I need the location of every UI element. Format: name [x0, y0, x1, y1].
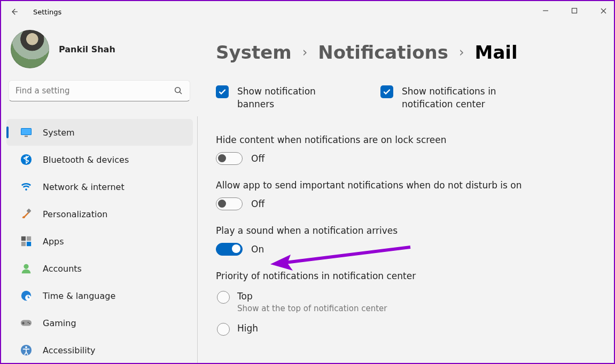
display-icon [20, 126, 32, 138]
checkbox-row: Show notification banners Show notificat… [216, 85, 599, 111]
search-input[interactable] [15, 86, 174, 96]
checkbox-icon[interactable] [380, 85, 393, 98]
globe-clock-icon [20, 290, 32, 302]
toggle-state: Off [251, 199, 264, 209]
window-controls [538, 3, 611, 18]
nav-item-gaming[interactable]: Gaming [6, 310, 193, 336]
chevron-right-icon: › [302, 45, 308, 60]
setting-label: Allow app to send important notification… [216, 180, 599, 191]
svg-point-10 [25, 188, 27, 191]
wifi-icon [20, 181, 32, 193]
svg-rect-11 [27, 209, 32, 213]
accessibility-icon [20, 344, 32, 356]
check-label: Show notifications in notification cente… [402, 85, 509, 111]
nav-item-bluetooth[interactable]: Bluetooth & devices [6, 146, 193, 173]
svg-point-25 [25, 346, 27, 349]
radio-label: Top [237, 291, 387, 302]
nav-item-personalization[interactable]: Personalization [6, 201, 193, 227]
search-icon [174, 86, 183, 96]
setting-important-dnd: Allow app to send important notification… [216, 180, 599, 210]
person-icon [20, 263, 32, 274]
svg-point-23 [29, 323, 30, 324]
content-area: System › Notifications › Mail Show notif… [198, 22, 614, 363]
close-button[interactable] [596, 3, 611, 18]
check-show-center[interactable]: Show notifications in notification cente… [380, 85, 509, 111]
checkbox-icon[interactable] [216, 85, 229, 98]
svg-point-4 [175, 88, 181, 93]
svg-rect-14 [21, 242, 26, 246]
radio-label: High [237, 323, 258, 334]
avatar [11, 30, 49, 68]
svg-point-22 [27, 322, 28, 323]
check-show-banners[interactable]: Show notification banners [216, 85, 344, 111]
svg-rect-7 [21, 129, 31, 134]
nav-item-system[interactable]: System [6, 119, 193, 146]
minimize-button[interactable] [538, 3, 553, 18]
radio-priority-high[interactable]: High [217, 323, 599, 336]
svg-rect-15 [27, 242, 31, 246]
svg-line-5 [180, 92, 182, 94]
nav-item-accounts[interactable]: Accounts [6, 255, 193, 282]
nav-list: System Bluetooth & devices Network & int… [1, 116, 198, 363]
svg-rect-1 [572, 9, 577, 13]
radio-priority-top[interactable]: Top Show at the top of notification cent… [217, 291, 599, 313]
svg-point-16 [24, 264, 28, 269]
svg-rect-12 [21, 236, 26, 241]
nav-label: Time & language [43, 291, 115, 301]
radio-icon[interactable] [217, 291, 230, 304]
nav-label: Accounts [43, 264, 82, 274]
svg-rect-13 [27, 236, 31, 241]
toggle-state: Off [251, 153, 264, 164]
toggle-hide-content[interactable] [216, 152, 243, 165]
nav-label: Gaming [43, 318, 76, 328]
bluetooth-icon [20, 154, 32, 165]
brush-icon [20, 208, 32, 220]
profile[interactable]: Pankil Shah [1, 30, 198, 80]
toggle-play-sound[interactable] [216, 243, 243, 256]
nav-item-time-language[interactable]: Time & language [6, 282, 193, 309]
breadcrumb: System › Notifications › Mail [216, 42, 599, 63]
arrow-left-icon [9, 7, 19, 17]
priority-title: Priority of notifications in notificatio… [216, 271, 599, 281]
nav-label: Personalization [43, 209, 107, 219]
breadcrumb-system[interactable]: System [216, 42, 292, 63]
setting-label: Hide content when notifications are on l… [216, 134, 599, 145]
breadcrumb-current: Mail [475, 42, 518, 63]
svg-rect-21 [22, 323, 25, 324]
user-name: Pankil Shah [59, 44, 115, 54]
back-button[interactable] [3, 1, 25, 22]
nav-label: System [43, 128, 75, 138]
setting-label: Play a sound when a notification arrives [216, 225, 599, 236]
nav-item-accessibility[interactable]: Accessibility [6, 337, 193, 363]
svg-rect-8 [25, 136, 28, 137]
toggle-important-dnd[interactable] [216, 197, 243, 210]
gamepad-icon [20, 317, 32, 329]
search-box[interactable] [9, 80, 190, 101]
maximize-button[interactable] [567, 3, 582, 18]
titlebar: Settings [1, 1, 614, 22]
chevron-right-icon: › [459, 45, 464, 60]
nav-label: Apps [43, 236, 64, 247]
nav-item-apps[interactable]: Apps [6, 228, 193, 255]
nav-item-network[interactable]: Network & internet [6, 173, 193, 200]
window-title: Settings [33, 8, 61, 16]
setting-hide-content: Hide content when notifications are on l… [216, 134, 599, 165]
nav-label: Accessibility [43, 345, 95, 355]
toggle-state: On [251, 244, 264, 255]
breadcrumb-notifications[interactable]: Notifications [318, 42, 448, 63]
nav-label: Network & internet [43, 182, 124, 192]
check-label: Show notification banners [237, 85, 344, 111]
radio-icon[interactable] [217, 323, 230, 336]
sidebar: Pankil Shah System Bluetooth & devices N… [1, 22, 198, 363]
setting-play-sound: Play a sound when a notification arrives… [216, 225, 599, 256]
radio-sublabel: Show at the top of notification center [237, 304, 387, 313]
nav-label: Bluetooth & devices [43, 155, 129, 165]
apps-icon [20, 235, 32, 247]
